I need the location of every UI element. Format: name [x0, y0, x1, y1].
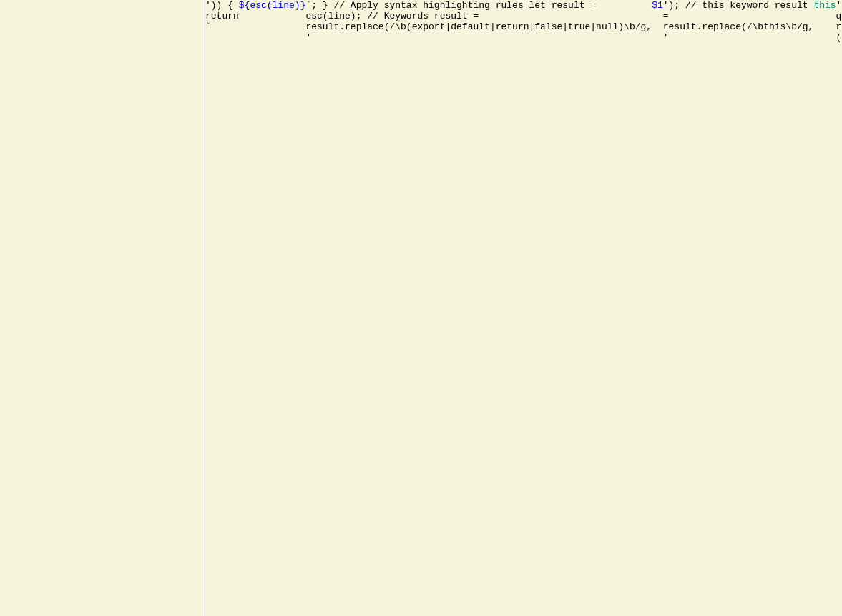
file-tree — [0, 0, 205, 616]
